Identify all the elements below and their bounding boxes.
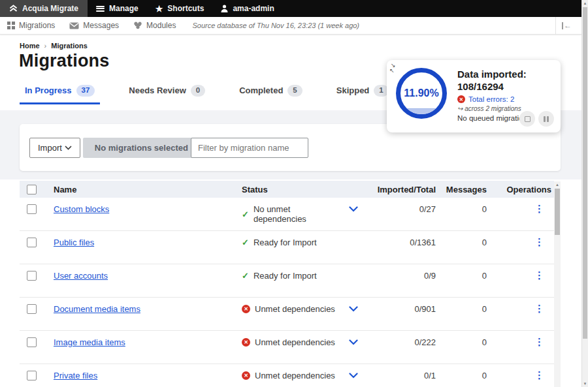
stop-button[interactable]	[519, 111, 535, 127]
progress-ring: 11.90%	[396, 68, 447, 119]
arrow-up-left-icon: ↖	[389, 68, 396, 73]
error-circle-icon: ✕	[457, 95, 465, 103]
import-label: Import	[38, 143, 62, 153]
progress-card-actions	[519, 111, 554, 127]
status-text: Ready for Import	[253, 271, 317, 281]
messages-count: 0	[442, 371, 495, 380]
toolbar-item-messages[interactable]: Messages	[62, 17, 126, 34]
row-checkbox[interactable]	[27, 238, 37, 247]
chevron-down-icon	[65, 146, 72, 150]
table-scrollbar-thumb[interactable]	[555, 189, 560, 235]
status-text: Ready for Import	[253, 238, 317, 247]
scroll-up-icon[interactable]: ▲	[554, 183, 561, 187]
kebab-menu-icon[interactable]: ⋮	[534, 303, 544, 314]
stop-icon	[525, 116, 531, 122]
header-name: Name	[54, 185, 242, 194]
select-all-checkbox[interactable]	[27, 185, 37, 194]
migration-name-link[interactable]: Custom blocks	[54, 204, 109, 214]
table-row: Custom blocks ✓ No unmet dependencies 0/…	[20, 198, 554, 231]
shortcuts-menu[interactable]: ★ Shortcuts	[147, 0, 213, 17]
migration-name-link[interactable]: Private files	[54, 371, 97, 380]
toolbar-item-modules[interactable]: Modules	[126, 17, 183, 34]
kebab-menu-icon[interactable]: ⋮	[534, 203, 544, 214]
tab-needs-review[interactable]: Needs Review 0	[123, 80, 210, 104]
chevron-down-icon[interactable]	[349, 306, 358, 312]
status-text: Unmet dependencies	[255, 371, 335, 380]
double-chevron-up-icon	[9, 5, 18, 12]
row-checkbox[interactable]	[27, 271, 37, 281]
table-row: Document media items ✕ Unmet dependencie…	[20, 298, 554, 331]
kebab-menu-icon[interactable]: ⋮	[534, 369, 544, 380]
total-errors-row: ✕ Total errors: 2	[457, 95, 554, 103]
tab-skipped[interactable]: Skipped 1	[331, 80, 394, 104]
header-status: Status	[242, 185, 341, 194]
pause-button[interactable]	[538, 111, 554, 127]
tab-completed[interactable]: Completed 5	[234, 80, 308, 104]
user-label: ama-admin	[233, 4, 274, 13]
kebab-menu-icon[interactable]: ⋮	[534, 336, 544, 347]
status-text: No unmet dependencies	[253, 204, 341, 224]
table-body: Custom blocks ✓ No unmet dependencies 0/…	[20, 198, 554, 387]
table-header-row: Name Status Imported/Total Messages Oper…	[20, 181, 554, 198]
imported-total-value: 0/222	[366, 337, 442, 347]
acquia-migrate-brand[interactable]: Acquia Migrate	[0, 0, 88, 17]
row-checkbox[interactable]	[27, 371, 37, 380]
source-database-note: Source database of Thu Nov 16, 23:23 (1 …	[192, 22, 359, 29]
breadcrumb: Home › Migrations	[20, 42, 88, 50]
messages-label: Messages	[83, 21, 119, 30]
imported-total-value: 0/901	[366, 304, 442, 314]
status-icon: ✓	[242, 210, 249, 219]
chevron-down-icon[interactable]	[349, 373, 358, 379]
admin-toolbar: Acquia Migrate Manage ★ Shortcuts ama-ad…	[0, 0, 581, 17]
page-scrollbar-thumb[interactable]	[583, 7, 587, 339]
chevron-down-icon[interactable]	[349, 206, 358, 212]
status-icon: ✕	[242, 305, 250, 313]
toolbar-item-migrations[interactable]: Migrations	[0, 17, 62, 34]
tab-label: Skipped	[336, 85, 370, 95]
tab-label: In Progress	[25, 85, 72, 95]
star-icon: ★	[155, 5, 163, 13]
data-imported-card: ↘ ↖ 11.90% Data imported: 108/16294 ✕ To…	[387, 60, 561, 132]
header-messages: Messages	[442, 185, 495, 194]
migration-name-link[interactable]: Image media items	[54, 337, 125, 347]
messages-count: 0	[442, 271, 495, 281]
toolbar-orientation-toggle[interactable]: ←	[555, 17, 578, 34]
tab-count-badge: 5	[287, 85, 302, 97]
table-scrollbar[interactable]: ▲	[554, 181, 561, 387]
row-checkbox[interactable]	[27, 337, 37, 347]
migration-name-link[interactable]: Public files	[54, 238, 94, 247]
chevron-down-icon[interactable]	[349, 339, 358, 345]
tab-label: Completed	[239, 85, 283, 95]
row-checkbox[interactable]	[27, 204, 37, 214]
manage-label: Manage	[109, 4, 139, 13]
acquia-migrate-app: Acquia Migrate Manage ★ Shortcuts ama-ad…	[0, 0, 588, 387]
import-dropdown-button[interactable]: Import	[29, 138, 80, 158]
secondary-toolbar: Migrations Messages Modules Source datab…	[0, 17, 581, 35]
kebab-menu-icon[interactable]: ⋮	[534, 236, 544, 247]
pause-icon	[544, 116, 549, 122]
migration-name-link[interactable]: Document media items	[54, 304, 140, 314]
no-migrations-selected-button: No migrations selected	[83, 138, 200, 158]
tab-in-progress[interactable]: In Progress 37	[20, 80, 100, 104]
scroll-down-icon[interactable]: ▼	[582, 382, 588, 386]
hamburger-icon	[96, 6, 105, 12]
migrations-label: Migrations	[19, 21, 55, 30]
total-errors-link[interactable]: Total errors: 2	[468, 95, 514, 103]
row-checkbox[interactable]	[27, 304, 37, 314]
migration-filter-input[interactable]	[191, 138, 308, 158]
scroll-up-icon[interactable]: ▲	[582, 1, 588, 5]
modules-icon	[133, 22, 142, 29]
tab-label: Needs Review	[129, 85, 186, 95]
header-operations: Operations	[495, 185, 554, 194]
page-scrollbar[interactable]: ▲ ▼	[581, 0, 588, 387]
user-menu[interactable]: ama-admin	[212, 0, 282, 17]
envelope-icon	[69, 22, 79, 29]
breadcrumb-home-link[interactable]: Home	[20, 42, 40, 50]
status-icon: ✕	[242, 371, 250, 380]
manage-menu[interactable]: Manage	[88, 0, 147, 17]
collapse-card-button[interactable]: ↘ ↖	[391, 63, 396, 73]
imported-total-value: 0/9	[366, 271, 442, 281]
progress-percent: 11.90%	[404, 87, 438, 99]
kebab-menu-icon[interactable]: ⋮	[534, 270, 544, 281]
migration-name-link[interactable]: User accounts	[54, 271, 108, 281]
